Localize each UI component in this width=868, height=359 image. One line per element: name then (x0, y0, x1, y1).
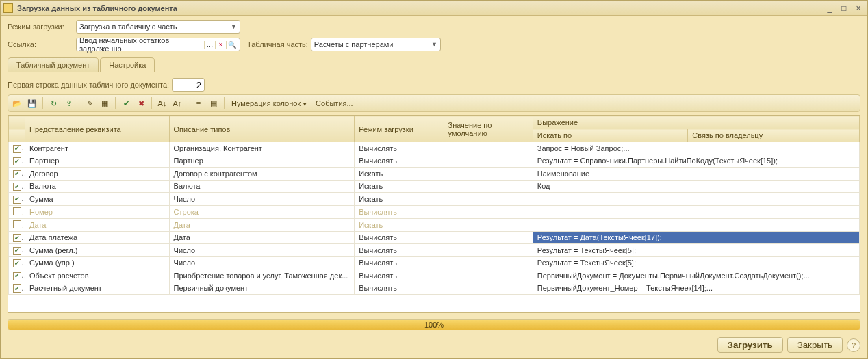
cell-default[interactable] (444, 193, 533, 206)
cell-expr[interactable]: ПервичныйДокумент = Документы.ПервичныйД… (533, 269, 859, 282)
cell-mode[interactable]: Искать (355, 218, 444, 231)
help-icon[interactable]: ? (847, 338, 860, 352)
cell-types[interactable]: Строка (169, 205, 355, 218)
tab-settings[interactable]: Настройка (100, 57, 155, 72)
col-search[interactable]: Искать по (533, 129, 688, 142)
table-row[interactable]: ✔ДоговорДоговор с контрагентомИскатьНаим… (9, 168, 860, 181)
row-checkbox[interactable]: ✔ (9, 142, 25, 155)
cell-types[interactable]: Первичный документ (169, 282, 355, 295)
cell-expr[interactable]: ПервичныйДокумент_Номер = ТекстыЯчеек[14… (533, 282, 859, 295)
cell-repr[interactable]: Номер (25, 205, 170, 218)
cell-mode[interactable]: Вычислять (355, 256, 444, 269)
table-row[interactable]: ✔Дата платежаДатаВычислятьРезультат = Да… (9, 231, 860, 244)
cell-mode[interactable]: Искать (355, 168, 444, 181)
cell-expr[interactable]: Запрос = Новый Запрос;... (533, 142, 859, 155)
cell-mode[interactable]: Вычислять (355, 269, 444, 282)
col-check[interactable] (9, 116, 25, 129)
cell-expr[interactable]: Код (533, 180, 859, 193)
save-icon[interactable]: 💾 (26, 97, 38, 109)
load-button[interactable]: Загрузить (717, 337, 783, 353)
table-row[interactable]: ✔Объект расчетовПриобретение товаров и у… (9, 269, 860, 282)
events-button[interactable]: События... (313, 99, 356, 107)
cell-types[interactable]: Число (169, 256, 355, 269)
row-checkbox[interactable]: ✔ (9, 282, 25, 295)
maximize-button[interactable]: □ (838, 3, 850, 13)
cell-default[interactable] (444, 244, 533, 257)
cell-expr[interactable]: Наименование (533, 168, 859, 181)
cell-repr[interactable]: Валюта (25, 180, 170, 193)
clear-button[interactable]: × (215, 41, 226, 49)
cell-repr[interactable]: Объект расчетов (25, 269, 170, 282)
table-icon[interactable]: ▤ (207, 97, 220, 109)
cell-mode[interactable]: Вычислять (355, 205, 444, 218)
row-checkbox[interactable]: ✔ (9, 155, 25, 168)
col-owner[interactable]: Связь по владельцу (688, 129, 860, 142)
row-checkbox[interactable]: ✔ (9, 180, 25, 193)
cell-mode[interactable]: Вычислять (355, 282, 444, 295)
cell-repr[interactable]: Дата платежа (25, 231, 170, 244)
cell-default[interactable] (444, 180, 533, 193)
col-default[interactable]: Значение по умолчанию (444, 116, 533, 142)
tpart-dropdown[interactable]: Расчеты с партнерами ▼ (311, 38, 441, 51)
cell-types[interactable]: Число (169, 193, 355, 206)
cell-repr[interactable]: Договор (25, 168, 170, 181)
cell-default[interactable] (444, 168, 533, 181)
col-repr[interactable]: Представление реквизита (25, 116, 170, 142)
cell-repr[interactable]: Сумма (упр.) (25, 256, 170, 269)
edit-icon[interactable]: ✎ (84, 97, 96, 109)
tab-document[interactable]: Табличный документ (8, 57, 99, 72)
row-checkbox[interactable]: ✔ (9, 269, 25, 282)
cell-repr[interactable]: Сумма (регл.) (25, 244, 170, 257)
table-row[interactable]: ✔Расчетный документПервичный документВыч… (9, 282, 860, 295)
minimize-button[interactable]: _ (824, 3, 836, 13)
cell-types[interactable]: Партнер (169, 155, 355, 168)
cell-expr[interactable] (533, 218, 859, 231)
table-row[interactable]: ✔ВалютаВалютаИскатьКод (9, 180, 860, 193)
cell-mode[interactable]: Искать (355, 180, 444, 193)
cell-default[interactable] (444, 256, 533, 269)
export-icon[interactable]: ⇪ (62, 97, 75, 109)
open-icon[interactable]: 📂 (11, 97, 23, 109)
refresh-icon[interactable]: ↻ (47, 97, 60, 109)
close-button[interactable]: × (852, 3, 865, 13)
lookup-button[interactable]: 🔍 (226, 41, 237, 49)
cell-types[interactable]: Число (169, 244, 355, 257)
row-checkbox[interactable]: ✔ (9, 193, 25, 206)
cell-mode[interactable]: Искать (355, 193, 444, 206)
cell-default[interactable] (444, 218, 533, 231)
col-expr[interactable]: Выражение (533, 116, 859, 129)
ellipsis-button[interactable]: … (204, 41, 215, 49)
cell-expr[interactable]: Результат = Справочники.Партнеры.НайтиПо… (533, 155, 859, 168)
cell-expr[interactable]: Результат = Дата(ТекстыЯчеек[17]); (533, 231, 859, 244)
table-row[interactable]: ДатаДатаИскать (9, 218, 860, 231)
columns-icon[interactable]: ▦ (99, 97, 111, 109)
col-check2[interactable] (9, 129, 25, 142)
cell-repr[interactable]: Сумма (25, 193, 170, 206)
table-row[interactable]: ✔Сумма (упр.)ЧислоВычислятьРезультат = Т… (9, 256, 860, 269)
cell-repr[interactable]: Расчетный документ (25, 282, 170, 295)
first-row-input[interactable] (172, 78, 205, 92)
close-footer-button[interactable]: Закрыть (787, 337, 843, 353)
col-types[interactable]: Описание типов (169, 116, 355, 142)
cell-mode[interactable]: Вычислять (355, 231, 444, 244)
cell-expr[interactable]: Результат = ТекстыЯчеек[5]; (533, 256, 859, 269)
check-all-icon[interactable]: ✔ (120, 97, 132, 109)
cell-expr[interactable]: Результат = ТекстыЯчеек[5]; (533, 244, 859, 257)
sort-asc-icon[interactable]: A↓ (156, 97, 168, 109)
sort-desc-icon[interactable]: A↑ (171, 97, 183, 109)
numbering-dropdown[interactable]: Нумерация колонок▼ (229, 99, 310, 107)
cell-repr[interactable]: Дата (25, 218, 170, 231)
cell-default[interactable] (444, 269, 533, 282)
cell-expr[interactable] (533, 205, 859, 218)
cell-default[interactable] (444, 231, 533, 244)
cell-default[interactable] (444, 282, 533, 295)
cell-repr[interactable]: Партнер (25, 155, 170, 168)
row-checkbox[interactable] (9, 205, 25, 218)
cell-types[interactable]: Договор с контрагентом (169, 168, 355, 181)
cell-mode[interactable]: Вычислять (355, 142, 444, 155)
cell-types[interactable]: Организация, Контрагент (169, 142, 355, 155)
table-row[interactable]: ✔ПартнерПартнерВычислятьРезультат = Спра… (9, 155, 860, 168)
link-field[interactable]: Ввод начальных остатков задолженно … × 🔍 (76, 38, 240, 51)
cell-types[interactable]: Дата (169, 231, 355, 244)
table-row[interactable]: ✔СуммаЧислоИскать (9, 193, 860, 206)
